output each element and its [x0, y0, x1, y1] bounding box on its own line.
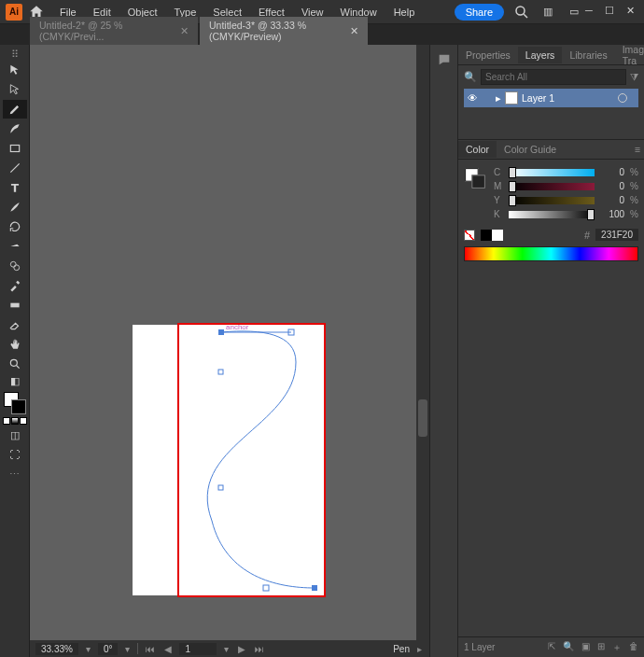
tab-layers[interactable]: Layers	[518, 47, 563, 63]
black-value[interactable]: 100	[600, 209, 624, 219]
draw-mode[interactable]: ◫	[3, 426, 27, 444]
scrollbar-thumb[interactable]	[418, 399, 427, 437]
close-icon[interactable]: ✕	[180, 25, 189, 37]
svg-point-7	[10, 359, 17, 366]
zoom-tool[interactable]	[3, 355, 27, 373]
bw-swatch[interactable]	[481, 230, 503, 241]
selection-tool[interactable]	[3, 61, 27, 79]
tool-grip[interactable]: ⠿	[11, 49, 19, 61]
current-tool-label: Pen	[393, 644, 410, 654]
type-tool[interactable]	[3, 178, 27, 197]
color-spectrum[interactable]	[464, 246, 638, 261]
stroke-swatch[interactable]	[11, 399, 26, 414]
new-layer-icon[interactable]: ＋	[612, 641, 622, 654]
hand-tool[interactable]	[3, 335, 27, 354]
first-artboard[interactable]: ⏮	[144, 644, 157, 654]
tab-properties[interactable]: Properties	[458, 47, 518, 63]
svg-line-1	[524, 14, 527, 18]
next-artboard[interactable]: ▶	[236, 644, 247, 654]
close-icon[interactable]: ✕	[350, 25, 358, 37]
magenta-value[interactable]: 0	[600, 181, 624, 191]
zoom-level[interactable]: 33.33%	[35, 643, 78, 655]
layers-panel: 🔍 ⧩ 👁 ▸ Layer 1	[458, 65, 644, 111]
color-panel: C 0% M 0% Y 0% K	[458, 160, 644, 265]
yellow-value[interactable]: 0	[600, 195, 624, 205]
locate-icon[interactable]: 🔍	[563, 641, 574, 654]
rotate-tool[interactable]	[3, 217, 27, 236]
window-minimize[interactable]: ─	[582, 4, 595, 17]
pen-tool[interactable]	[3, 100, 27, 119]
fill-stroke-swatch[interactable]	[4, 392, 26, 414]
black-label: K	[494, 209, 503, 219]
layer-count: 1 Layer	[464, 642, 495, 652]
window-maximize[interactable]: ☐	[603, 4, 616, 17]
magenta-slider[interactable]	[509, 183, 595, 190]
visibility-icon[interactable]: 👁	[468, 92, 479, 104]
screen-mode[interactable]: ⛶	[3, 445, 27, 464]
hex-value[interactable]: 231F20	[595, 229, 638, 241]
rotate-view[interactable]: 0°	[98, 643, 119, 655]
layer-thumb	[505, 91, 518, 105]
canvas[interactable]: anchor 33.33% ▾ 0° ▾ ⏮ ◀ 1 ▾ ▶ ⏭ Pen ▸	[30, 45, 429, 657]
layer-color-chip	[631, 91, 635, 105]
hex-hash: #	[584, 230, 590, 241]
share-button[interactable]: Share	[455, 4, 504, 21]
color-fill-stroke[interactable]	[465, 168, 485, 189]
collapsed-panel-strip	[429, 45, 457, 657]
filter-icon[interactable]: ⧩	[630, 71, 638, 83]
direct-selection-tool[interactable]	[3, 80, 27, 99]
cyan-slider[interactable]	[509, 169, 595, 176]
edit-toolbar[interactable]: ⋯	[3, 465, 27, 483]
tab-color[interactable]: Color	[458, 141, 497, 158]
export-icon[interactable]: ⇱	[548, 641, 555, 654]
search-icon[interactable]	[513, 4, 530, 21]
vertical-scrollbar[interactable]	[416, 45, 429, 640]
new-sublayer-icon[interactable]: ⊞	[597, 641, 605, 654]
menu-help[interactable]: Help	[386, 5, 423, 20]
paintbrush-tool[interactable]	[3, 198, 27, 217]
app-logo: Ai	[6, 4, 22, 21]
layer-search-input[interactable]	[481, 69, 626, 85]
last-artboard[interactable]: ⏭	[253, 644, 266, 654]
layer-name[interactable]: Layer 1	[522, 92, 554, 104]
panel-menu-icon[interactable]: ≡	[631, 144, 644, 155]
svg-point-5	[13, 265, 19, 271]
shape-builder-tool[interactable]	[3, 257, 27, 275]
rotate-dropdown[interactable]: ▾	[123, 644, 132, 654]
screen-modes[interactable]	[3, 417, 27, 425]
width-tool[interactable]	[3, 237, 27, 256]
rectangle-tool[interactable]	[3, 139, 27, 158]
eraser-tool[interactable]	[3, 315, 27, 334]
layer-row[interactable]: 👁 ▸ Layer 1	[464, 89, 638, 107]
tab-libraries[interactable]: Libraries	[562, 47, 614, 63]
window-close[interactable]: ✕	[623, 4, 637, 17]
prev-artboard[interactable]: ◀	[162, 644, 174, 654]
curvature-tool[interactable]	[3, 119, 27, 138]
line-tool[interactable]	[3, 159, 27, 177]
status-menu[interactable]: ▸	[415, 644, 424, 654]
arrange-docs-icon[interactable]: ▥	[539, 4, 556, 21]
document-tabs: Untitled-2* @ 25 % (CMYK/Previ... ✕ Unti…	[0, 24, 644, 45]
none-swatch[interactable]	[464, 230, 475, 241]
svg-point-4	[10, 261, 16, 267]
delete-layer-icon[interactable]: 🗑	[629, 641, 638, 654]
disclosure-icon[interactable]: ▸	[496, 92, 501, 104]
doc-tab-1[interactable]: Untitled-2* @ 25 % (CMYK/Previ... ✕	[30, 17, 198, 45]
bleed-box	[179, 325, 324, 595]
clip-mask-icon[interactable]: ▣	[581, 641, 590, 654]
zoom-dropdown[interactable]: ▾	[84, 644, 92, 654]
artboard-dropdown[interactable]: ▾	[222, 644, 231, 654]
tab-color-guide[interactable]: Color Guide	[497, 141, 564, 158]
cyan-value[interactable]: 0	[600, 167, 624, 177]
doc-tab-2[interactable]: Untitled-3* @ 33.33 % (CMYK/Preview) ✕	[200, 17, 368, 45]
tab-image-trace[interactable]: Image Tra	[615, 41, 644, 69]
artboard-number[interactable]: 1	[179, 643, 217, 655]
tool-panel: ⠿ ◧ ◫ ⛶ ⋯	[0, 45, 30, 657]
eyedropper-tool[interactable]	[3, 276, 27, 295]
target-icon[interactable]	[618, 93, 627, 103]
fill-stroke-toggle[interactable]: ◧	[3, 374, 27, 387]
yellow-slider[interactable]	[509, 197, 595, 204]
comments-icon[interactable]	[435, 50, 454, 69]
gradient-tool[interactable]	[3, 296, 27, 315]
black-slider[interactable]	[509, 211, 595, 218]
